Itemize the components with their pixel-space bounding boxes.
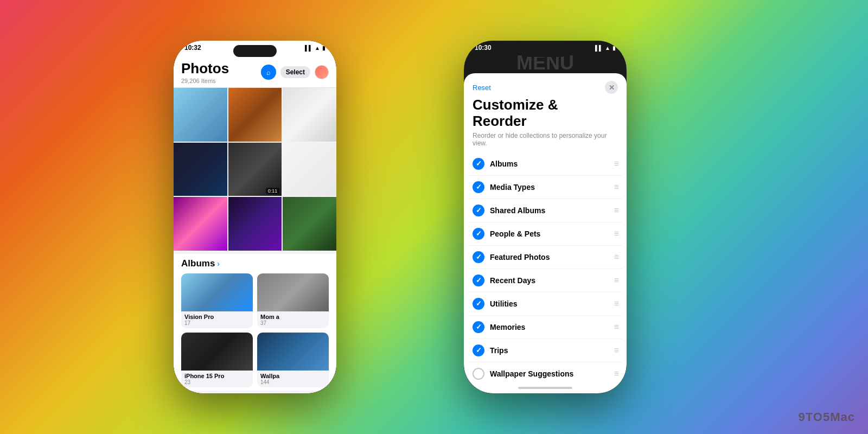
drag-handle-people-pets[interactable]: ≡ xyxy=(614,229,618,239)
photos-title-row: Photos 29,206 Items ⌕ Select xyxy=(181,60,329,84)
photo-cell[interactable] xyxy=(283,88,336,142)
item-label-wallpaper: Wallpaper Suggestions xyxy=(490,369,609,378)
status-icons-right: ▌▌ ▲ ▮ xyxy=(595,45,616,51)
list-item-memories: ✓ Memories ≡ xyxy=(468,316,622,339)
checkmark-icon: ✓ xyxy=(476,276,482,284)
video-duration: 0:11 xyxy=(266,188,280,194)
search-button[interactable]: ⌕ xyxy=(261,65,276,80)
item-label-featured-photos: Featured Photos xyxy=(490,253,609,261)
albums-arrow[interactable]: › xyxy=(217,259,220,268)
dynamic-island-right xyxy=(524,45,567,57)
drag-handle-shared-albums[interactable]: ≡ xyxy=(614,206,618,215)
photos-app: 10:32 ▌▌ ▲ ▮ Photos 29,206 Items ⌕ xyxy=(174,41,336,393)
battery-icon-right: ▮ xyxy=(612,45,616,51)
photo-cell[interactable]: 0:11 xyxy=(228,143,282,196)
status-bar-left: 10:32 ▌▌ ▲ ▮ xyxy=(174,41,336,54)
item-label-albums: Albums xyxy=(490,159,609,168)
drag-handle-memories[interactable]: ≡ xyxy=(614,322,618,332)
phone-right: 10:30 ▌▌ ▲ ▮ MENU Reset ✕ Customize &Reo… xyxy=(464,41,627,393)
album-card-iphone15[interactable]: iPhone 15 Pro 23 xyxy=(181,333,253,387)
phone-left: 10:32 ▌▌ ▲ ▮ Photos 29,206 Items ⌕ xyxy=(174,41,336,393)
search-icon: ⌕ xyxy=(266,68,271,76)
checkmark-icon: ✓ xyxy=(476,323,482,331)
item-label-memories: Memories xyxy=(490,323,609,331)
check-featured-photos[interactable]: ✓ xyxy=(473,251,484,263)
list-item-utilities: ✓ Utilities ≡ xyxy=(468,292,622,316)
checkmark-icon: ✓ xyxy=(476,159,482,168)
list-item-albums: ✓ Albums ≡ xyxy=(468,152,622,176)
status-bar-right: 10:30 ▌▌ ▲ ▮ xyxy=(464,41,627,54)
drag-handle-wallpaper[interactable]: ≡ xyxy=(614,369,618,379)
photo-cell[interactable] xyxy=(228,88,282,142)
drag-handle-media-types[interactable]: ≡ xyxy=(614,182,618,192)
check-shared-albums[interactable]: ✓ xyxy=(473,205,484,216)
photos-actions: ⌕ Select xyxy=(261,65,329,80)
album-name: Wallpa xyxy=(260,373,326,379)
check-wallpaper[interactable] xyxy=(473,368,484,380)
home-indicator xyxy=(464,382,627,393)
signal-icon: ▌▌ xyxy=(305,45,312,51)
drag-handle-recent-days[interactable]: ≡ xyxy=(614,276,618,285)
checkmark-icon: ✓ xyxy=(476,299,482,308)
modal-title: Customize &Reorder xyxy=(464,94,627,132)
album-card-wallpa[interactable]: Wallpa 144 xyxy=(257,333,329,387)
avatar[interactable] xyxy=(315,65,329,79)
checkmark-icon: ✓ xyxy=(476,346,482,354)
background xyxy=(0,0,868,434)
list-item-recent-days: ✓ Recent Days ≡ xyxy=(468,269,622,292)
album-count: 144 xyxy=(260,379,326,385)
modal-sheet: Reset ✕ Customize &Reorder Reorder or hi… xyxy=(464,73,627,393)
list-item-media-types: ✓ Media Types ≡ xyxy=(468,176,622,199)
album-count: 37 xyxy=(260,320,326,326)
photo-cell[interactable] xyxy=(174,197,227,251)
drag-handle-featured-photos[interactable]: ≡ xyxy=(614,252,618,262)
list-item-wallpaper: Wallpaper Suggestions ≡ xyxy=(468,362,622,382)
check-people-pets[interactable]: ✓ xyxy=(473,228,484,240)
check-utilities[interactable]: ✓ xyxy=(473,298,484,310)
list-item-people-pets: ✓ People & Pets ≡ xyxy=(468,222,622,246)
photo-cell[interactable] xyxy=(283,197,336,251)
checkmark-icon: ✓ xyxy=(476,183,482,191)
photo-cell[interactable] xyxy=(174,143,227,196)
list-item-featured-photos: ✓ Featured Photos ≡ xyxy=(468,246,622,269)
watermark-text: 9TO5Mac xyxy=(799,410,855,424)
check-trips[interactable]: ✓ xyxy=(473,344,484,356)
phone-right-screen: 10:30 ▌▌ ▲ ▮ MENU Reset ✕ Customize &Reo… xyxy=(464,41,627,393)
close-button[interactable]: ✕ xyxy=(605,81,618,94)
photo-cell[interactable] xyxy=(174,88,227,142)
albums-label: Albums xyxy=(181,258,215,269)
drag-handle-albums[interactable]: ≡ xyxy=(614,159,618,169)
item-label-utilities: Utilities xyxy=(490,299,609,308)
check-media-types[interactable]: ✓ xyxy=(473,181,484,193)
status-time-right: 10:30 xyxy=(475,44,492,52)
drag-handle-trips[interactable]: ≡ xyxy=(614,346,618,355)
album-count: 23 xyxy=(184,379,250,385)
item-label-media-types: Media Types xyxy=(490,183,609,192)
checkmark-icon: ✓ xyxy=(476,206,482,214)
list-item-trips: ✓ Trips ≡ xyxy=(468,339,622,362)
album-name: Mom a xyxy=(260,314,326,320)
albums-header-row: Albums › xyxy=(181,258,329,269)
phone-left-screen: 10:32 ▌▌ ▲ ▮ Photos 29,206 Items ⌕ xyxy=(174,41,336,393)
wifi-icon-right: ▲ xyxy=(605,45,610,51)
select-button[interactable]: Select xyxy=(280,66,310,78)
album-card-vision-pro[interactable]: Vision Pro 17 xyxy=(181,273,253,328)
drag-handle-utilities[interactable]: ≡ xyxy=(614,299,618,309)
wifi-icon: ▲ xyxy=(315,45,320,51)
album-name: iPhone 15 Pro xyxy=(184,373,250,379)
check-recent-days[interactable]: ✓ xyxy=(473,275,484,286)
dynamic-island-left xyxy=(233,45,277,57)
check-memories[interactable]: ✓ xyxy=(473,321,484,333)
albums-grid: Vision Pro 17 Mom a 37 xyxy=(181,273,329,387)
item-label-people-pets: People & Pets xyxy=(490,229,609,238)
photo-cell[interactable] xyxy=(228,197,282,251)
album-name: Vision Pro xyxy=(184,314,250,320)
check-albums[interactable]: ✓ xyxy=(473,158,484,170)
album-card-mom[interactable]: Mom a 37 xyxy=(257,273,329,328)
reset-button[interactable]: Reset xyxy=(473,84,491,92)
photo-cell[interactable] xyxy=(283,143,336,196)
battery-icon: ▮ xyxy=(322,45,326,51)
albums-section: Albums › Vision Pro 17 Mom a xyxy=(174,254,336,391)
item-label-shared-albums: Shared Albums xyxy=(490,206,609,215)
photos-header: Photos 29,206 Items ⌕ Select xyxy=(174,54,336,88)
